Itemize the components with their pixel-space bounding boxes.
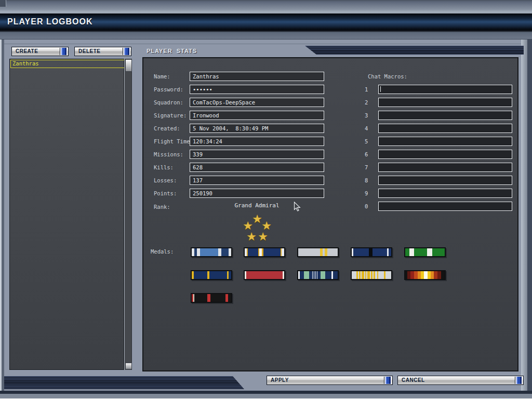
scrollbar-down-button[interactable]	[125, 363, 132, 369]
field-input[interactable]: 628	[190, 163, 324, 172]
medals-label: Medals:	[151, 248, 174, 255]
left-bevel-dark	[2, 39, 4, 391]
macro-number: 4	[365, 124, 372, 133]
field-label: Kills:	[154, 163, 174, 172]
mouse-cursor-icon	[294, 202, 301, 212]
scrollbar-thumb[interactable]	[125, 59, 132, 72]
macro-input[interactable]	[378, 124, 512, 133]
macro-input[interactable]	[378, 189, 512, 198]
field-label: Flight Time:	[154, 137, 193, 146]
macro-input[interactable]	[378, 202, 512, 211]
field-label: Missions:	[154, 150, 183, 159]
macro-input[interactable]	[378, 150, 512, 159]
macro-input[interactable]	[378, 137, 512, 146]
create-button-label: CREATE	[16, 48, 38, 54]
window-title: PLAYER LOGBOOK	[0, 17, 93, 26]
field-input[interactable]: 120:34:24	[190, 137, 324, 146]
button-accent-icon	[60, 48, 68, 55]
field-input[interactable]: 137	[190, 176, 324, 185]
macro-number: 3	[365, 111, 372, 120]
star-icon: ★	[245, 231, 258, 243]
field-label: Created:	[154, 124, 180, 133]
medal-ribbon	[191, 293, 232, 303]
player-list-scrollbar[interactable]	[124, 59, 132, 370]
cancel-button-label: CANCEL	[402, 377, 425, 383]
field-input[interactable]: 5 Nov 2004, 8:30:49 PM	[190, 124, 324, 133]
macro-number: 8	[365, 176, 372, 185]
medal-ribbon	[351, 247, 392, 257]
panel-divider-line	[4, 44, 528, 44]
delete-button-label: DELETE	[78, 48, 100, 54]
macro-input[interactable]	[378, 85, 512, 94]
field-label: Points:	[154, 189, 177, 198]
medal-ribbon	[244, 270, 285, 280]
medal-ribbon	[404, 247, 446, 257]
medal-ribbon	[297, 270, 339, 280]
medal-ribbon	[351, 270, 392, 280]
rank-label: Rank:	[154, 202, 170, 211]
medal-ribbon	[297, 247, 339, 257]
field-input[interactable]: Ironwood	[190, 111, 324, 120]
field-label: Squadron:	[154, 98, 183, 107]
button-accent-icon	[384, 377, 392, 384]
right-bevel-light	[521, 39, 527, 391]
cancel-button[interactable]: CANCEL	[397, 376, 524, 385]
medal-ribbon	[191, 270, 232, 280]
macro-number: 6	[365, 150, 372, 159]
medal-ribbon	[244, 247, 285, 257]
window-corner-notch	[0, 0, 6, 7]
macro-number: 7	[365, 163, 372, 172]
macro-number: 0	[365, 202, 372, 211]
list-item[interactable]: Zanthras	[10, 60, 125, 68]
title-underbar	[0, 30, 532, 39]
field-label: Signature:	[154, 111, 187, 120]
title-bar: PLAYER LOGBOOK	[0, 14, 532, 30]
create-button[interactable]: CREATE	[11, 47, 69, 56]
field-label: Losses:	[154, 176, 177, 185]
star-icon: ★	[242, 220, 254, 232]
text-caret	[380, 86, 381, 92]
header-stripe-decoration	[305, 46, 524, 55]
field-input[interactable]: 339	[190, 150, 324, 159]
player-list[interactable]: Zanthras	[9, 59, 124, 370]
star-icon: ★	[257, 231, 269, 243]
apply-button[interactable]: APPLY	[267, 376, 393, 385]
macro-input[interactable]	[378, 176, 512, 185]
field-label: Password:	[154, 85, 183, 94]
field-label: Name:	[154, 72, 170, 81]
field-input[interactable]: Zanthras	[190, 72, 324, 81]
apply-button-label: APPLY	[271, 377, 289, 383]
window-bottom-edge	[0, 394, 532, 398]
field-input[interactable]: ••••••	[190, 85, 324, 94]
right-bevel-dark	[527, 39, 532, 391]
macro-number: 2	[365, 98, 372, 107]
button-accent-icon	[123, 48, 130, 55]
tab-player-stats[interactable]: PLAYER STATS	[147, 48, 197, 54]
macro-number: 5	[365, 137, 372, 146]
field-input[interactable]: 250190	[190, 189, 324, 198]
macro-number: 9	[365, 189, 372, 198]
macro-input[interactable]	[378, 163, 512, 172]
field-input[interactable]: ComTacOps-DeepSpace	[190, 98, 324, 107]
rank-value: Grand Admiral	[190, 202, 324, 209]
delete-button[interactable]: DELETE	[74, 47, 131, 56]
button-accent-icon	[515, 377, 523, 384]
medal-ribbon	[404, 270, 446, 280]
player-stats-panel: Name:ZanthrasPassword:••••••Squadron:Com…	[142, 57, 518, 371]
macro-input[interactable]	[378, 111, 512, 120]
chat-macros-label: Chat Macros:	[368, 72, 407, 81]
macro-input[interactable]	[378, 98, 512, 107]
footer-stripe-decoration	[4, 376, 244, 389]
window-top-band	[0, 0, 532, 14]
macro-number: 1	[365, 85, 372, 94]
medal-ribbon	[191, 247, 232, 257]
